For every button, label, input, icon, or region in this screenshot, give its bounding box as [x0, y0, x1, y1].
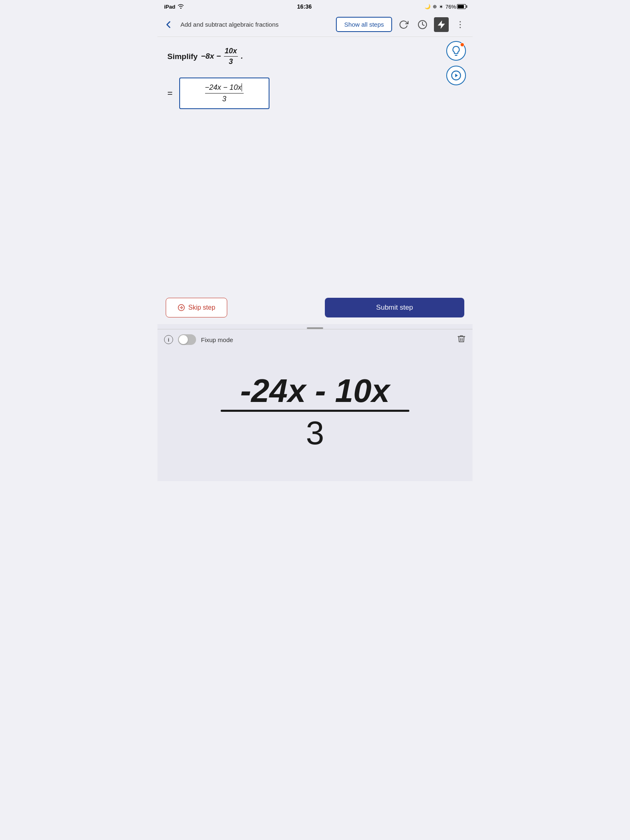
status-bar: iPad 16:36 🌙 ⊕ ✶ 76%: [158, 0, 472, 12]
fixup-label: Fixup mode: [201, 336, 233, 343]
show-steps-button[interactable]: Show all steps: [336, 17, 392, 32]
fraction-numerator: −24x − 10x: [205, 83, 244, 94]
large-denominator: 3: [306, 412, 324, 453]
svg-point-2: [460, 21, 461, 22]
more-button[interactable]: [453, 17, 468, 32]
svg-marker-1: [438, 21, 445, 28]
toggle-knob: [179, 335, 188, 344]
svg-point-4: [460, 27, 461, 28]
zap-button[interactable]: [434, 17, 449, 32]
fixup-toggle[interactable]: [178, 334, 196, 345]
refresh-button[interactable]: [396, 17, 411, 32]
battery-indicator: 76%: [445, 4, 466, 10]
drag-line: [307, 327, 323, 329]
toolbar: Add and subtract algebraic fractions Sho…: [158, 12, 472, 37]
play-button[interactable]: [446, 66, 466, 85]
action-bar: Skip step Submit step: [158, 291, 472, 324]
simplify-label: Simplify: [167, 52, 198, 61]
battery-percent: 76%: [445, 4, 456, 10]
skip-button[interactable]: Skip step: [166, 298, 227, 317]
trash-button[interactable]: [457, 334, 466, 345]
fixup-bar: i Fixup mode: [158, 329, 472, 350]
status-right: 🌙 ⊕ ✶ 76%: [425, 4, 466, 10]
fixup-left: i Fixup mode: [164, 334, 233, 345]
large-fraction: -24x - 10x 3: [221, 374, 409, 453]
history-button[interactable]: [415, 17, 430, 32]
fraction-denominator: 3: [222, 94, 226, 103]
large-math-panel: -24x - 10x 3: [158, 350, 472, 481]
main-content: Simplify −8x − 10x 3 . = −24x − 10x 3: [158, 37, 472, 291]
info-button[interactable]: i: [164, 335, 173, 344]
submit-button[interactable]: Submit step: [325, 298, 464, 317]
device-label: iPad: [164, 4, 175, 10]
status-left: iPad: [164, 4, 184, 10]
toolbar-title: Add and subtract algebraic fractions: [180, 21, 332, 28]
location-icon: ⊕: [433, 4, 437, 9]
drag-handle: [158, 324, 472, 329]
large-numerator: -24x - 10x: [240, 374, 390, 410]
battery-fill: [458, 5, 464, 8]
moon-icon: 🌙: [425, 4, 431, 9]
svg-marker-6: [455, 74, 458, 78]
status-time: 16:36: [297, 3, 312, 10]
svg-point-3: [460, 24, 461, 25]
skip-label: Skip step: [188, 304, 215, 311]
hint-button[interactable]: [446, 41, 466, 61]
notification-dot: [460, 43, 464, 47]
answer-input-box[interactable]: −24x − 10x 3: [179, 78, 269, 109]
side-buttons: [446, 41, 466, 85]
back-button[interactable]: [162, 18, 175, 31]
equals-sign: =: [167, 88, 173, 99]
text-cursor: [242, 83, 242, 91]
wifi-icon: [178, 4, 184, 10]
answer-fraction: −24x − 10x 3: [205, 83, 244, 103]
problem-expression: −8x − 10x 3 .: [201, 47, 243, 66]
problem-text: Simplify −8x − 10x 3 .: [167, 47, 463, 66]
bluetooth-icon: ✶: [439, 4, 443, 10]
answer-row: = −24x − 10x 3: [167, 78, 463, 109]
battery-icon: [457, 4, 466, 9]
